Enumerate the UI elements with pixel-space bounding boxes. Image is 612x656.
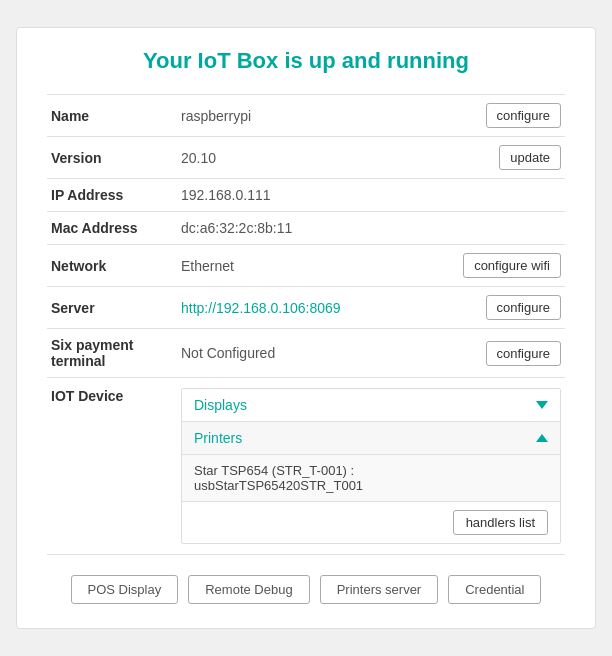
configure-name-button[interactable]: configure: [486, 103, 561, 128]
printer-device-name: Star TSP654 (STR_T-001) :: [194, 463, 548, 478]
row-mac: Mac Address dc:a6:32:2c:8b:11: [47, 212, 565, 245]
action-version: update: [415, 137, 565, 179]
printers-label: Printers: [194, 430, 242, 446]
configure-wifi-button[interactable]: configure wifi: [463, 253, 561, 278]
handlers-list-button[interactable]: handlers list: [453, 510, 548, 535]
credential-button[interactable]: Credential: [448, 575, 541, 604]
main-card: Your IoT Box is up and running Name rasp…: [16, 27, 596, 629]
printers-server-button[interactable]: Printers server: [320, 575, 439, 604]
remote-debug-button[interactable]: Remote Debug: [188, 575, 309, 604]
value-six-payment: Not Configured: [177, 329, 415, 378]
iot-device-cell: Displays Printers Star TSP65: [177, 378, 565, 555]
displays-chevron-down-icon: [536, 401, 548, 409]
value-mac: dc:a6:32:2c:8b:11: [177, 212, 565, 245]
printers-item[interactable]: Printers: [182, 422, 560, 455]
row-network: Network Ethernet configure wifi: [47, 245, 565, 287]
action-network: configure wifi: [415, 245, 565, 287]
printer-detail: Star TSP654 (STR_T-001) : usbStarTSP6542…: [182, 455, 560, 502]
value-ip: 192.168.0.111: [177, 179, 565, 212]
pos-display-button[interactable]: POS Display: [71, 575, 179, 604]
row-name: Name raspberrypi configure: [47, 95, 565, 137]
configure-six-button[interactable]: configure: [486, 341, 561, 366]
row-ip: IP Address 192.168.0.111: [47, 179, 565, 212]
action-server: configure: [415, 287, 565, 329]
server-link[interactable]: http://192.168.0.106:8069: [181, 300, 341, 316]
row-version: Version 20.10 update: [47, 137, 565, 179]
action-six-payment: configure: [415, 329, 565, 378]
displays-item[interactable]: Displays: [182, 389, 560, 422]
label-version: Version: [47, 137, 177, 179]
label-network: Network: [47, 245, 177, 287]
label-mac: Mac Address: [47, 212, 177, 245]
printers-chevron-up-icon: [536, 434, 548, 442]
action-name: configure: [415, 95, 565, 137]
bottom-buttons: POS Display Remote Debug Printers server…: [47, 575, 565, 604]
value-version: 20.10: [177, 137, 415, 179]
configure-server-button[interactable]: configure: [486, 295, 561, 320]
label-six-payment: Six payment terminal: [47, 329, 177, 378]
info-table: Name raspberrypi configure Version 20.10…: [47, 94, 565, 555]
printer-device-path: usbStarTSP65420STR_T001: [194, 478, 548, 493]
value-network: Ethernet: [177, 245, 415, 287]
handlers-row: handlers list: [182, 502, 560, 543]
label-name: Name: [47, 95, 177, 137]
value-server: http://192.168.0.106:8069: [177, 287, 415, 329]
row-server: Server http://192.168.0.106:8069 configu…: [47, 287, 565, 329]
page-title: Your IoT Box is up and running: [47, 48, 565, 74]
row-six-payment: Six payment terminal Not Configured conf…: [47, 329, 565, 378]
label-ip: IP Address: [47, 179, 177, 212]
iot-device-content: Displays Printers Star TSP65: [181, 388, 561, 544]
displays-label: Displays: [194, 397, 247, 413]
row-iot-device: IOT Device Displays Printers: [47, 378, 565, 555]
label-iot-device: IOT Device: [47, 378, 177, 555]
value-name: raspberrypi: [177, 95, 415, 137]
update-version-button[interactable]: update: [499, 145, 561, 170]
label-server: Server: [47, 287, 177, 329]
